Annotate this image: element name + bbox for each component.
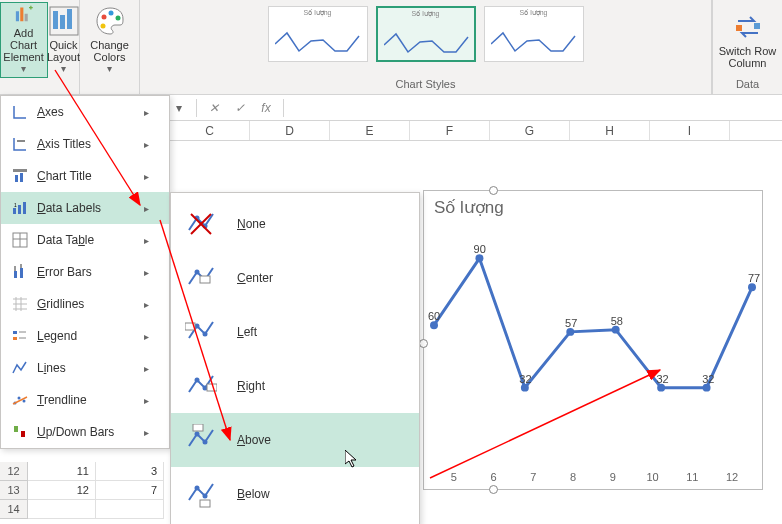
enter-icon[interactable]: ✓ xyxy=(231,101,249,115)
lines-icon xyxy=(11,359,29,377)
svg-rect-36 xyxy=(14,426,18,432)
chart-title[interactable]: Số lượng xyxy=(424,191,762,218)
data-label: 77 xyxy=(748,272,760,284)
menu-item-trendline[interactable]: Trendline▸ xyxy=(1,384,169,416)
menu-item-gridlines[interactable]: Gridlines▸ xyxy=(1,288,169,320)
chart-style-2[interactable]: Số lượng xyxy=(376,6,476,62)
menu-item-label: Data Labels xyxy=(37,201,136,215)
chevron-right-icon: ▸ xyxy=(144,139,149,150)
switch-row-column-button[interactable]: Switch RowColumn xyxy=(715,2,781,78)
chevron-right-icon: ▸ xyxy=(144,267,149,278)
submenu-item-label: Right xyxy=(237,379,399,393)
column-header[interactable]: C xyxy=(170,121,250,140)
svg-point-46 xyxy=(203,332,208,337)
svg-rect-29 xyxy=(13,337,17,340)
svg-rect-0 xyxy=(15,11,18,21)
change-colors-button[interactable]: ChangeColors▾ xyxy=(82,2,138,78)
data-label: 32 xyxy=(656,373,668,385)
resize-handle-bottom[interactable] xyxy=(489,485,498,494)
menu-item-axis-titles[interactable]: Axis Titles▸ xyxy=(1,128,169,160)
resize-handle-top[interactable] xyxy=(489,186,498,195)
x-axis: 56789101112 xyxy=(434,471,752,483)
data-label-center-icon xyxy=(185,262,217,294)
menu-item-legend[interactable]: Legend▸ xyxy=(1,320,169,352)
chart-style-3[interactable]: Số lượng xyxy=(484,6,584,62)
name-box-dropdown[interactable]: ▾ xyxy=(170,101,188,115)
ribbon-group-chart-layouts: Add ChartElement▾ QuickLayout▾ xyxy=(0,0,80,94)
svg-point-9 xyxy=(115,16,120,21)
x-tick-label: 6 xyxy=(474,471,514,483)
submenu-item-none[interactable]: None xyxy=(171,197,419,251)
row-header[interactable]: 13 xyxy=(0,481,28,500)
submenu-item-label: Below xyxy=(237,487,399,501)
chevron-right-icon: ▸ xyxy=(144,107,149,118)
data-label: 32 xyxy=(519,373,531,385)
menu-item-label: Trendline xyxy=(37,393,136,407)
cell[interactable]: 7 xyxy=(96,481,164,500)
data-label: 57 xyxy=(565,317,577,329)
cell[interactable]: 12 xyxy=(28,481,96,500)
svg-rect-28 xyxy=(13,331,17,334)
submenu-item-below[interactable]: Below xyxy=(171,467,419,521)
chart-style-1[interactable]: Số lượng xyxy=(268,6,368,62)
svg-point-61 xyxy=(612,326,620,334)
glines-icon xyxy=(11,295,29,313)
row-header[interactable]: 14 xyxy=(0,500,28,519)
menu-item-axes[interactable]: Axes▸ xyxy=(1,96,169,128)
data-label: 58 xyxy=(611,315,623,327)
column-header[interactable]: F xyxy=(410,121,490,140)
cell[interactable]: 3 xyxy=(96,462,164,481)
column-header[interactable]: D xyxy=(250,121,330,140)
submenu-item-left[interactable]: Left xyxy=(171,305,419,359)
palette-icon xyxy=(94,5,126,37)
x-tick-label: 12 xyxy=(712,471,752,483)
submenu-item-label: None xyxy=(237,217,399,231)
resize-handle-left[interactable] xyxy=(419,339,428,348)
plot-area[interactable]: 6090325758323277 xyxy=(434,236,752,459)
cell[interactable] xyxy=(96,500,164,519)
quick-layout-icon xyxy=(48,5,80,37)
data-label-left-icon xyxy=(185,316,217,348)
menu-item-label: Gridlines xyxy=(37,297,136,311)
submenu-item-label: Center xyxy=(237,271,399,285)
updown-icon xyxy=(11,423,29,441)
svg-rect-2 xyxy=(24,14,27,22)
menu-item-up-down-bars[interactable]: Up/Down Bars▸ xyxy=(1,416,169,448)
cell[interactable] xyxy=(28,500,96,519)
column-header[interactable]: E xyxy=(330,121,410,140)
cancel-icon[interactable]: ✕ xyxy=(205,101,223,115)
quick-layout-button[interactable]: QuickLayout▾ xyxy=(48,2,80,78)
submenu-item-right[interactable]: Right xyxy=(171,359,419,413)
switch-rc-label: Switch RowColumn xyxy=(719,45,776,69)
axes-icon xyxy=(11,103,29,121)
svg-rect-13 xyxy=(17,140,25,142)
row-header[interactable]: 12 xyxy=(0,462,28,481)
menu-item-lines[interactable]: Lines▸ xyxy=(1,352,169,384)
svg-rect-18 xyxy=(18,205,21,214)
submenu-item-above[interactable]: Above xyxy=(171,413,419,467)
cell[interactable]: 11 xyxy=(28,462,96,481)
add-chart-element-button[interactable]: Add ChartElement▾ xyxy=(0,2,48,78)
embedded-chart[interactable]: Số lượng 6090325758323277 56789101112 xyxy=(423,190,763,490)
menu-item-data-labels[interactable]: 1Data Labels▸ xyxy=(1,192,169,224)
menu-item-error-bars[interactable]: Error Bars▸ xyxy=(1,256,169,288)
svg-point-48 xyxy=(195,378,200,383)
add-chart-element-label: Add ChartElement xyxy=(3,27,43,63)
chevron-right-icon: ▸ xyxy=(144,427,149,438)
svg-point-60 xyxy=(566,328,574,336)
chevron-right-icon: ▸ xyxy=(144,299,149,310)
menu-item-data-table[interactable]: Data Table▸ xyxy=(1,224,169,256)
chevron-right-icon: ▸ xyxy=(144,363,149,374)
chart-element-icon xyxy=(8,5,40,25)
fx-icon[interactable]: fx xyxy=(257,101,275,115)
submenu-item-center[interactable]: Center xyxy=(171,251,419,305)
column-header[interactable]: H xyxy=(570,121,650,140)
svg-point-58 xyxy=(475,254,483,262)
column-header[interactable]: G xyxy=(490,121,570,140)
menu-item-chart-title[interactable]: Chart Title▸ xyxy=(1,160,169,192)
svg-rect-24 xyxy=(14,271,17,278)
svg-point-51 xyxy=(195,432,200,437)
svg-rect-53 xyxy=(193,424,203,431)
column-header[interactable]: I xyxy=(650,121,730,140)
worksheet-grid[interactable]: 121131312714 xyxy=(0,462,164,519)
